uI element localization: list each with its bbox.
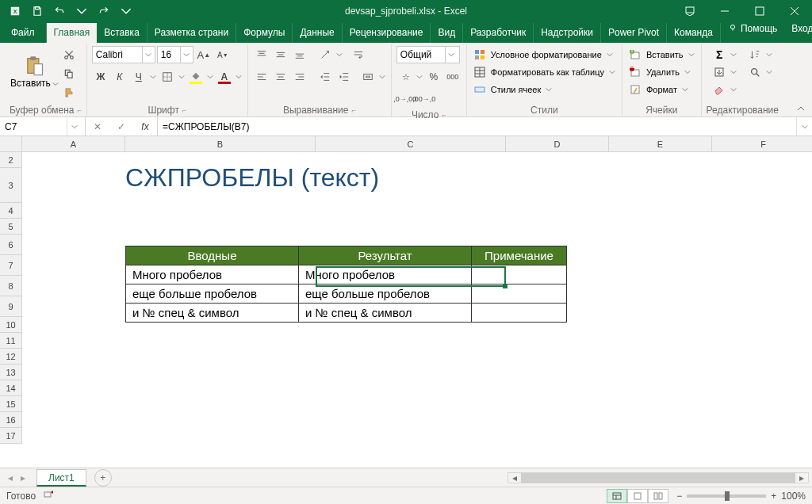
maximize-button[interactable]: [742, 0, 777, 22]
formula-input[interactable]: =СЖПРОБЕЛЫ(B7): [158, 117, 796, 136]
minimize-button[interactable]: [707, 0, 742, 22]
delete-cells-button[interactable]: −Удалить: [627, 63, 692, 81]
column-header[interactable]: D: [506, 136, 609, 152]
paste-button[interactable]: Вставить: [13, 46, 56, 98]
tab-home[interactable]: Главная: [47, 23, 98, 43]
column-header[interactable]: B: [125, 136, 316, 152]
zoom-level[interactable]: 100%: [781, 491, 806, 502]
tab-addins[interactable]: Надстройки: [534, 23, 601, 43]
enter-formula-button[interactable]: ✓: [109, 117, 133, 136]
normal-view-button[interactable]: [607, 489, 627, 503]
cells-area[interactable]: СЖПРОБЕЛЫ (текст) Вводные Результат Прим…: [22, 152, 812, 468]
sheet-nav[interactable]: ◂▸: [0, 472, 33, 483]
macro-record-icon[interactable]: [44, 490, 53, 502]
merge-dropdown[interactable]: [378, 68, 386, 86]
row-header[interactable]: 3: [0, 168, 22, 203]
cell-styles-button[interactable]: Стили ячеек: [472, 81, 553, 98]
decrease-font-button[interactable]: A▼: [214, 46, 232, 63]
qat-customize[interactable]: [116, 2, 136, 20]
bold-button[interactable]: Ж: [92, 68, 109, 86]
align-top-button[interactable]: [253, 46, 270, 63]
insert-function-button[interactable]: fx: [133, 117, 157, 136]
row-header[interactable]: 11: [0, 333, 22, 349]
align-right-button[interactable]: [291, 68, 308, 86]
tab-data[interactable]: Данные: [293, 23, 342, 43]
zoom-control[interactable]: − + 100%: [676, 491, 806, 502]
column-header[interactable]: A: [22, 136, 125, 152]
format-painter-button[interactable]: [60, 84, 78, 101]
tab-team[interactable]: Команда: [667, 23, 721, 43]
zoom-in-button[interactable]: +: [771, 491, 776, 502]
merge-button[interactable]: [359, 68, 377, 86]
row-header[interactable]: 16: [0, 412, 22, 428]
row-header[interactable]: 6: [0, 235, 22, 255]
ribbon-options-icon[interactable]: [672, 0, 707, 22]
sort-filter-dropdown[interactable]: [765, 46, 773, 63]
orientation-button[interactable]: [316, 46, 334, 63]
tab-developer[interactable]: Разработчик: [463, 23, 534, 43]
wrap-text-button[interactable]: [350, 46, 367, 63]
row-header[interactable]: 12: [0, 349, 22, 365]
spreadsheet-grid[interactable]: ABCDEF 234567891011121314151617 СЖПРОБЕЛ…: [0, 136, 812, 468]
undo-dropdown[interactable]: [71, 2, 92, 20]
tab-layout[interactable]: Разметка страни: [147, 23, 236, 43]
font-color-button[interactable]: A: [216, 68, 233, 86]
borders-button[interactable]: [159, 68, 176, 86]
select-all-corner[interactable]: [0, 136, 22, 152]
number-format-combo[interactable]: [396, 46, 460, 63]
tab-insert[interactable]: Вставка: [97, 23, 147, 43]
tab-file[interactable]: Файл: [0, 23, 47, 43]
collapse-ribbon-button[interactable]: [793, 102, 809, 115]
underline-button[interactable]: Ч: [130, 68, 147, 86]
cancel-formula-button[interactable]: ✕: [86, 117, 109, 136]
increase-decimal-button[interactable]: ,0→,00: [396, 90, 414, 108]
zoom-slider[interactable]: [687, 494, 766, 498]
fill-color-button[interactable]: [187, 68, 205, 86]
insert-cells-button[interactable]: +Вставить: [627, 46, 696, 63]
format-as-table-button[interactable]: Форматировать как таблицу: [472, 63, 617, 81]
sort-filter-button[interactable]: [746, 46, 764, 63]
comma-button[interactable]: 000: [444, 68, 462, 86]
row-header[interactable]: 15: [0, 396, 22, 412]
scroll-right-button[interactable]: ▸: [795, 473, 808, 483]
fill-button[interactable]: [711, 63, 738, 81]
close-button[interactable]: [777, 0, 812, 22]
name-box-input[interactable]: [0, 121, 67, 132]
align-middle-button[interactable]: [272, 46, 289, 63]
underline-dropdown[interactable]: [149, 68, 157, 86]
autosum-button[interactable]: Σ: [711, 46, 738, 63]
name-box-dropdown[interactable]: [67, 117, 81, 136]
borders-dropdown[interactable]: [178, 68, 186, 86]
font-name-input[interactable]: [93, 49, 142, 60]
increase-font-button[interactable]: A▲: [195, 46, 213, 63]
save-icon[interactable]: [27, 2, 48, 20]
scroll-left-button[interactable]: ◂: [508, 473, 521, 483]
decrease-indent-button[interactable]: [316, 68, 334, 86]
align-left-button[interactable]: [253, 68, 270, 86]
tab-formulas[interactable]: Формулы: [236, 23, 293, 43]
row-header[interactable]: 5: [0, 219, 22, 235]
format-cells-button[interactable]: Формат: [627, 81, 690, 98]
undo-icon[interactable]: [49, 2, 70, 20]
row-header[interactable]: 8: [0, 276, 22, 296]
conditional-formatting-button[interactable]: Условное форматирование: [472, 46, 615, 63]
row-header[interactable]: 10: [0, 317, 22, 333]
currency-button[interactable]: ☆: [396, 68, 414, 86]
row-header[interactable]: 13: [0, 365, 22, 380]
find-select-button[interactable]: [746, 63, 764, 81]
row-header[interactable]: 7: [0, 255, 22, 276]
page-layout-view-button[interactable]: [627, 489, 648, 503]
increase-indent-button[interactable]: [335, 68, 353, 86]
row-header[interactable]: 9: [0, 296, 22, 317]
currency-dropdown[interactable]: [416, 68, 423, 86]
clear-button[interactable]: [711, 81, 738, 98]
page-break-view-button[interactable]: [648, 489, 668, 503]
font-color-dropdown[interactable]: [235, 68, 243, 86]
column-header[interactable]: C: [316, 136, 506, 152]
tab-review[interactable]: Рецензирование: [343, 23, 431, 43]
row-header[interactable]: 14: [0, 380, 22, 396]
redo-icon[interactable]: [94, 2, 114, 20]
sheet-tab[interactable]: Лист1: [36, 469, 86, 487]
find-select-dropdown[interactable]: [765, 63, 773, 81]
italic-button[interactable]: К: [111, 68, 128, 86]
